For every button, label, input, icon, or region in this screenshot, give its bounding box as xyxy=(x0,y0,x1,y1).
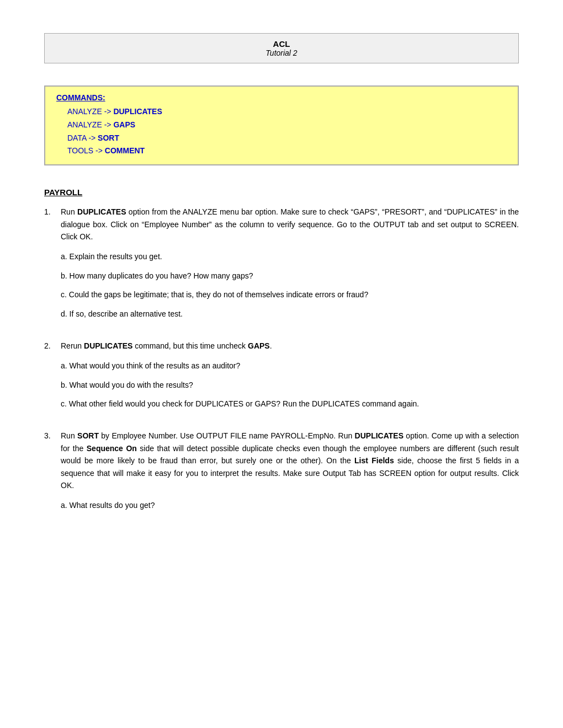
list-item-content: Run SORT by Employee Number. Use OUTPUT … xyxy=(61,430,519,518)
commands-header: COMMANDS: xyxy=(56,93,507,102)
command-bold: SORT xyxy=(98,133,119,142)
sub-item: b. What would you do with the results? xyxy=(61,379,519,391)
sub-item: a. What results do you get? xyxy=(61,499,519,511)
sub-items: a. What results do you get? xyxy=(61,499,519,511)
list-item: DATA -> SORT xyxy=(67,132,507,145)
sub-item: a. What would you think of the results a… xyxy=(61,360,519,372)
command-bold: GAPS xyxy=(113,120,135,129)
list-item-content: Run DUPLICATES option from the ANALYZE m… xyxy=(61,206,519,326)
command-bold: DUPLICATES xyxy=(113,107,162,116)
list-item: ANALYZE -> GAPS xyxy=(67,119,507,132)
commands-box: COMMANDS: ANALYZE -> DUPLICATES ANALYZE … xyxy=(44,85,519,165)
list-item: Run SORT by Employee Number. Use OUTPUT … xyxy=(44,430,519,518)
bold-text: GAPS xyxy=(248,341,270,350)
bold-text: DUPLICATES xyxy=(77,207,126,216)
page-title: ACL xyxy=(56,39,507,49)
section-title: PAYROLL xyxy=(44,188,519,197)
list-item-content: Rerun DUPLICATES command, but this time … xyxy=(61,340,519,417)
list-item: Run DUPLICATES option from the ANALYZE m… xyxy=(44,206,519,326)
sub-item: d. If so, describe an alternative test. xyxy=(61,308,519,320)
list-item: TOOLS -> COMMENT xyxy=(67,144,507,158)
page-subtitle: Tutorial 2 xyxy=(56,49,507,57)
item-text: Run DUPLICATES option from the ANALYZE m… xyxy=(61,207,519,241)
item-text: Rerun DUPLICATES command, but this time … xyxy=(61,341,272,350)
list-item: ANALYZE -> DUPLICATES xyxy=(67,105,507,119)
sub-item: a. Explain the results you get. xyxy=(61,250,519,263)
bold-text: Sequence On xyxy=(87,444,137,453)
content-area: PAYROLL Run DUPLICATES option from the A… xyxy=(44,188,519,518)
bold-text: DUPLICATES xyxy=(84,341,132,350)
bold-text: DUPLICATES xyxy=(355,431,403,440)
sub-items: a. Explain the results you get. b. How m… xyxy=(61,250,519,320)
bold-text: SORT xyxy=(77,431,99,440)
title-box: ACL Tutorial 2 xyxy=(44,33,519,63)
sub-items: a. What would you think of the results a… xyxy=(61,360,519,410)
list-item: Rerun DUPLICATES command, but this time … xyxy=(44,340,519,417)
item-text: Run SORT by Employee Number. Use OUTPUT … xyxy=(61,431,519,490)
command-bold: COMMENT xyxy=(105,146,145,155)
bold-text: List Fields xyxy=(354,456,394,465)
main-list: Run DUPLICATES option from the ANALYZE m… xyxy=(44,206,519,518)
commands-list: ANALYZE -> DUPLICATES ANALYZE -> GAPS DA… xyxy=(56,105,507,158)
sub-item: c. What other field would you check for … xyxy=(61,398,519,410)
sub-item: b. How many duplicates do you have? How … xyxy=(61,270,519,282)
sub-item: c. Could the gaps be legitimate; that is… xyxy=(61,288,519,301)
